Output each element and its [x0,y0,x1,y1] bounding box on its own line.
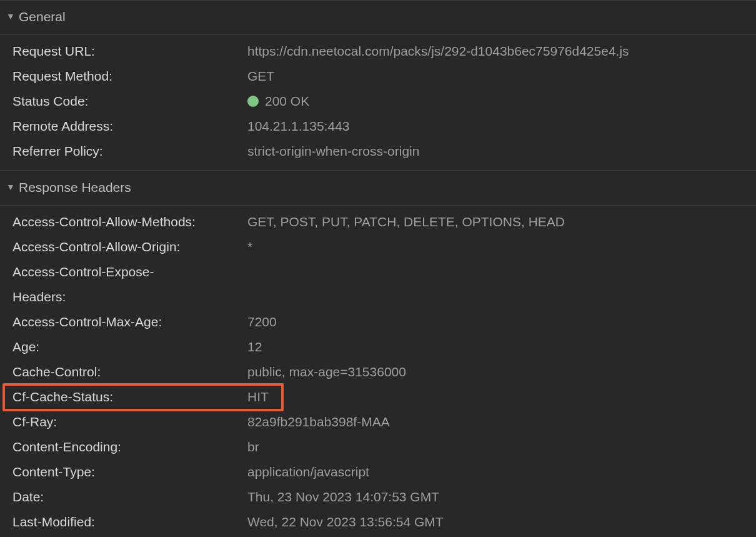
general-row: Status Code:200 OK [0,89,756,114]
header-label: Request URL: [12,39,247,64]
header-value: https://cdn.neetocal.com/packs/js/292-d1… [247,39,750,64]
header-value: Thu, 23 Nov 2023 14:07:53 GMT [247,484,750,509]
general-rows: Request URL:https://cdn.neetocal.com/pac… [0,35,756,170]
header-value: GET [247,64,750,89]
response-header-row: Cf-Cache-Status:HIT [0,384,756,409]
header-label: Date: [12,484,247,509]
header-value: GET, POST, PUT, PATCH, DELETE, OPTIONS, … [247,209,750,234]
response-header-row: Cf-Ray:82a9fb291bab398f-MAA [0,409,756,434]
response-header-row: Date:Thu, 23 Nov 2023 14:07:53 GMT [0,484,756,509]
header-label: Last-Modified: [12,509,247,534]
header-label: Cf-Ray: [12,409,247,434]
response-header-row: Content-Encoding:br [0,434,756,459]
response-header-row: Age:12 [0,334,756,359]
header-label: Status Code: [12,89,247,114]
header-value-text: strict-origin-when-cross-origin [247,139,419,164]
header-value-text: 104.21.1.135:443 [247,114,350,139]
general-section: ▼ General Request URL:https://cdn.neetoc… [0,0,756,171]
general-section-header[interactable]: ▼ General [0,0,756,35]
header-value: 7200 [247,309,750,334]
header-label: Content-Type: [12,459,247,484]
header-value: application/javascript [247,459,750,484]
general-section-title: General [19,9,66,24]
response-header-row: Last-Modified:Wed, 22 Nov 2023 13:56:54 … [0,509,756,534]
header-label: Cf-Cache-Status: [12,384,247,409]
header-value-text: https://cdn.neetocal.com/packs/js/292-d1… [247,39,629,64]
header-label: Access-Control-Allow-Origin: [12,234,247,259]
response-headers-section-header[interactable]: ▼ Response Headers [0,171,756,206]
response-header-row: Access-Control-Max-Age:7200 [0,309,756,334]
general-row: Request Method:GET [0,64,756,89]
header-value: HIT [247,384,750,409]
header-value: Wed, 22 Nov 2023 13:56:54 GMT [247,509,750,534]
response-header-row: Access-Control-Expose-Headers: [0,259,756,309]
header-label: Referrer Policy: [12,139,247,164]
headers-panel: ▼ General Request URL:https://cdn.neetoc… [0,0,756,537]
header-value: 104.21.1.135:443 [247,114,750,139]
response-header-row: Cache-Control:public, max-age=31536000 [0,359,756,384]
header-value: public, max-age=31536000 [247,359,750,384]
response-header-row: Content-Type:application/javascript [0,459,756,484]
response-headers-rows: Access-Control-Allow-Methods:GET, POST, … [0,206,756,537]
header-label: Request Method: [12,64,247,89]
header-value: 12 [247,334,750,359]
header-label: Age: [12,334,247,359]
header-value: 82a9fb291bab398f-MAA [247,409,750,434]
response-header-row: Access-Control-Allow-Methods:GET, POST, … [0,209,756,234]
header-value-text: 200 OK [265,89,309,114]
response-headers-section-title: Response Headers [19,180,131,195]
header-value: 200 OK [247,89,750,114]
header-label: Content-Encoding: [12,434,247,459]
response-header-row: Access-Control-Allow-Origin:* [0,234,756,259]
header-label: Access-Control-Max-Age: [12,309,247,334]
header-label: Access-Control-Expose-Headers: [12,259,187,309]
header-value-text: GET [247,64,274,89]
header-label: Cache-Control: [12,359,247,384]
response-headers-section: ▼ Response Headers Access-Control-Allow-… [0,171,756,537]
header-label: Remote Address: [12,114,247,139]
general-row: Remote Address:104.21.1.135:443 [0,114,756,139]
header-value: strict-origin-when-cross-origin [247,139,750,164]
general-row: Request URL:https://cdn.neetocal.com/pac… [0,39,756,64]
header-value: br [247,434,750,459]
disclosure-triangle-icon: ▼ [6,183,16,191]
status-dot-icon [247,96,259,107]
header-value: * [247,234,750,259]
general-row: Referrer Policy:strict-origin-when-cross… [0,139,756,164]
disclosure-triangle-icon: ▼ [6,12,16,21]
header-label: Access-Control-Allow-Methods: [12,209,247,234]
